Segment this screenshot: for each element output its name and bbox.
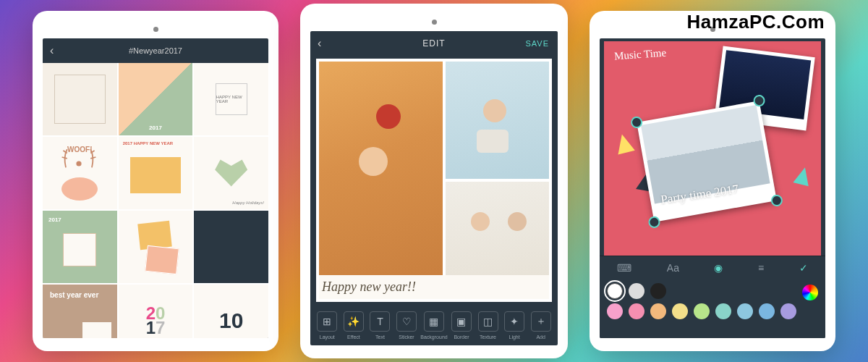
text-icon: T bbox=[370, 311, 390, 332]
collage-photo[interactable] bbox=[319, 62, 443, 299]
screen-templates: ‹ #Newyear2017 2017 HAPPY NEW YEAR WOOF!… bbox=[43, 38, 268, 338]
template-item[interactable]: best year ever bbox=[43, 285, 117, 338]
template-label: WOOF! bbox=[67, 146, 92, 153]
background-icon: ▦ bbox=[424, 311, 444, 332]
watermark-text: HamzaPC.Com bbox=[687, 11, 825, 33]
palette-row bbox=[607, 303, 818, 319]
template-item[interactable]: 2017NEW YEAR bbox=[119, 285, 193, 338]
template-item[interactable] bbox=[194, 211, 268, 283]
color-swatch[interactable] bbox=[629, 283, 644, 299]
template-label: Happy Holidays! bbox=[232, 201, 264, 205]
color-swatch[interactable] bbox=[607, 283, 623, 299]
template-item[interactable]: 2017 bbox=[119, 63, 193, 135]
template-label: 2017 HAPPY NEW YEAR bbox=[123, 141, 173, 146]
tool-label: Sticker bbox=[399, 334, 414, 340]
tool-label: Background bbox=[420, 334, 447, 340]
templates-header: ‹ #Newyear2017 bbox=[43, 38, 268, 63]
polaroid-photo-selected[interactable] bbox=[637, 101, 777, 222]
tool-effect[interactable]: ✨Effect bbox=[341, 308, 367, 342]
tool-background[interactable]: ▦Background bbox=[420, 308, 447, 342]
color-swatch[interactable] bbox=[715, 303, 731, 319]
color-swatch[interactable] bbox=[737, 303, 753, 319]
layout-icon: ⊞ bbox=[317, 311, 337, 332]
tool-label: Effect bbox=[347, 334, 360, 340]
template-item[interactable]: Happy Holidays! bbox=[194, 137, 268, 209]
editor-toolbar: ⊞Layout ✨Effect TText ♡Sticker ▦Backgrou… bbox=[310, 305, 558, 345]
template-item[interactable]: 10 bbox=[194, 285, 268, 338]
color-wheel-icon[interactable] bbox=[802, 285, 818, 300]
font-button[interactable]: Aa bbox=[667, 262, 679, 274]
effect-icon: ✨ bbox=[344, 311, 364, 332]
align-button[interactable]: ≡ bbox=[758, 262, 764, 274]
color-swatch[interactable] bbox=[607, 303, 623, 319]
save-button[interactable]: SAVE bbox=[525, 39, 549, 48]
color-button[interactable]: ◉ bbox=[714, 262, 723, 274]
back-icon[interactable]: ‹ bbox=[50, 44, 54, 57]
color-swatch[interactable] bbox=[650, 303, 666, 319]
sticker-canvas[interactable]: Music Time Party time 2017 bbox=[604, 41, 821, 256]
editor-title: EDIT bbox=[422, 38, 445, 49]
screen-editor: ‹ EDIT SAVE Happy new year!! ⊞Layout ✨Ef… bbox=[310, 31, 558, 345]
template-label: 2017 bbox=[48, 216, 61, 223]
tablet-notch bbox=[310, 17, 558, 27]
template-item[interactable]: 2017 HAPPY NEW YEAR bbox=[119, 137, 193, 209]
tool-label: Texture bbox=[480, 334, 496, 340]
template-item[interactable]: WOOF! bbox=[43, 137, 117, 209]
camera-dot bbox=[432, 20, 437, 25]
template-label: 10 bbox=[219, 308, 243, 333]
template-item[interactable]: HAPPY NEW YEAR bbox=[194, 63, 268, 135]
border-icon: ▣ bbox=[451, 311, 472, 332]
screen-color-editor: Music Time Party time 2017 ⌨ Aa ◉ ≡ ✓ bbox=[600, 38, 825, 338]
editor-header: ‹ EDIT SAVE bbox=[310, 31, 558, 56]
tool-add[interactable]: ＋Add bbox=[528, 308, 553, 342]
back-icon[interactable]: ‹ bbox=[318, 37, 322, 50]
color-swatch[interactable] bbox=[759, 303, 775, 319]
tool-light[interactable]: ✦Light bbox=[502, 308, 527, 342]
confirm-button[interactable]: ✓ bbox=[799, 262, 808, 274]
svg-point-0 bbox=[76, 161, 81, 166]
template-item[interactable] bbox=[43, 63, 117, 135]
selection-handle[interactable] bbox=[770, 194, 784, 208]
template-label: 2017 bbox=[149, 125, 162, 131]
tool-border[interactable]: ▣Border bbox=[449, 308, 475, 342]
tool-sticker[interactable]: ♡Sticker bbox=[394, 308, 420, 342]
tool-label: Layout bbox=[320, 334, 335, 340]
template-label: 2017 bbox=[146, 306, 166, 336]
templates-title: #Newyear2017 bbox=[129, 46, 182, 55]
template-item[interactable] bbox=[119, 211, 193, 283]
tablet-editor: ‹ EDIT SAVE Happy new year!! ⊞Layout ✨Ef… bbox=[300, 4, 568, 358]
color-swatch[interactable] bbox=[672, 303, 688, 319]
caption-text[interactable]: Happy new year!! bbox=[319, 275, 549, 299]
text-subtoolbar: ⌨ Aa ◉ ≡ ✓ bbox=[600, 256, 825, 279]
template-label: best year ever bbox=[50, 292, 98, 299]
color-swatch[interactable] bbox=[694, 303, 710, 319]
tool-text[interactable]: TText bbox=[367, 308, 393, 342]
light-icon: ✦ bbox=[504, 311, 524, 332]
heart-icon bbox=[213, 156, 250, 190]
texture-icon: ◫ bbox=[478, 311, 498, 332]
tool-label: Light bbox=[509, 334, 520, 340]
camera-dot bbox=[153, 27, 158, 32]
color-palette bbox=[600, 279, 825, 338]
tool-texture[interactable]: ◫Texture bbox=[475, 308, 501, 342]
template-item[interactable]: 2017 bbox=[43, 211, 117, 283]
party-hat-icon bbox=[793, 166, 812, 187]
color-swatch[interactable] bbox=[780, 303, 796, 319]
collage-photo[interactable] bbox=[446, 62, 549, 179]
tool-layout[interactable]: ⊞Layout bbox=[315, 308, 340, 342]
editor-canvas[interactable]: Happy new year!! bbox=[316, 59, 552, 302]
color-swatch[interactable] bbox=[650, 283, 666, 299]
tablet-templates: ‹ #Newyear2017 2017 HAPPY NEW YEAR WOOF!… bbox=[33, 11, 278, 351]
music-sticker[interactable]: Music Time bbox=[613, 47, 666, 63]
tool-label: Add bbox=[536, 334, 545, 340]
tablet-notch bbox=[43, 24, 268, 34]
color-swatch[interactable] bbox=[629, 303, 644, 319]
tool-label: Border bbox=[454, 334, 469, 340]
selection-handle[interactable] bbox=[647, 216, 661, 230]
tool-label: Text bbox=[375, 334, 385, 340]
tablet-color-editor: Music Time Party time 2017 ⌨ Aa ◉ ≡ ✓ bbox=[590, 11, 835, 351]
sticker-icon: ♡ bbox=[396, 311, 417, 332]
keyboard-icon[interactable]: ⌨ bbox=[617, 262, 631, 274]
template-label: HAPPY NEW YEAR bbox=[216, 83, 247, 115]
palette-row bbox=[607, 283, 818, 299]
